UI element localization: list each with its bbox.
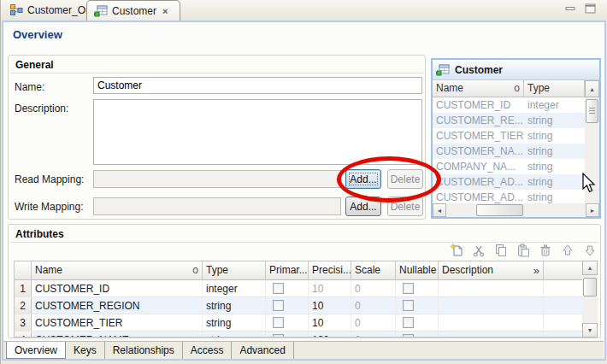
attribute-row[interactable]: 1 CUSTOMER_ID integer 10 0 <box>15 280 584 297</box>
tab-customer[interactable]: Customer × <box>86 0 180 21</box>
write-mapping-input <box>93 197 341 215</box>
column-header-scale[interactable]: Scale <box>351 261 396 279</box>
read-mapping-input <box>93 170 341 188</box>
preview-panel-title: Customer <box>455 64 503 76</box>
column-header-precision[interactable]: Precisi... <box>309 261 351 279</box>
preview-row[interactable]: CUSTOMER_IDinteger <box>433 97 585 113</box>
scrollbar-thumb[interactable] <box>586 99 598 123</box>
preview-column-headers: Name o Type <box>433 80 585 97</box>
scroll-up-icon[interactable]: ▲ <box>582 261 598 275</box>
name-label: Name: <box>15 81 44 93</box>
horizontal-scrollbar[interactable]: ◄ ► <box>433 203 599 217</box>
copy-icon[interactable] <box>494 244 508 257</box>
read-mapping-add-button[interactable]: Add... <box>345 169 381 189</box>
general-section-title: General <box>15 59 54 71</box>
cut-icon[interactable] <box>472 244 486 257</box>
data-object-icon <box>94 4 108 18</box>
nullable-checkbox[interactable] <box>403 317 414 328</box>
preview-row[interactable]: CUSTOMER_AD...string <box>433 174 585 190</box>
attributes-section: Attributes <box>8 224 601 338</box>
separator <box>10 242 598 243</box>
delete-icon[interactable] <box>539 244 552 257</box>
close-tab-icon[interactable]: × <box>161 6 168 16</box>
preview-row[interactable]: CUSTOMER_TIERstring <box>433 128 585 144</box>
preview-panel-header: Customer <box>433 60 599 80</box>
write-mapping-label: Write Mapping: <box>15 201 83 213</box>
sort-icon: o <box>192 264 198 277</box>
move-up-icon[interactable] <box>561 244 575 257</box>
scrollbar-thumb[interactable] <box>583 278 597 296</box>
column-header-nullable[interactable]: Nullable <box>396 261 439 279</box>
primary-checkbox[interactable] <box>273 317 284 328</box>
attribute-row[interactable]: 4 CUSTOMER_NAME string 100 0 <box>15 332 584 338</box>
preview-row[interactable]: COMPANY_NA...string <box>433 159 585 174</box>
write-mapping-add-button[interactable]: Add... <box>345 197 381 216</box>
column-header-description[interactable]: Description » <box>439 261 544 279</box>
primary-checkbox[interactable] <box>273 334 284 338</box>
read-mapping-label: Read Mapping: <box>15 173 84 185</box>
data-object-icon <box>436 63 450 77</box>
new-attribute-icon[interactable] <box>450 244 463 257</box>
minimize-view-icon[interactable] <box>565 4 576 13</box>
application-window: Customer_Order Customer × O <box>0 0 607 364</box>
page-title: Overview <box>13 28 62 41</box>
paste-icon[interactable] <box>516 244 530 257</box>
description-input[interactable] <box>93 99 422 165</box>
scroll-left-icon[interactable]: ◄ <box>433 203 446 217</box>
scroll-down-icon[interactable]: ▼ <box>582 323 598 338</box>
tab-relationships[interactable]: Relationships <box>105 342 183 359</box>
column-header-name[interactable]: Name o <box>433 80 524 97</box>
primary-checkbox[interactable] <box>273 283 284 294</box>
write-mapping-delete-button: Delete <box>387 197 423 216</box>
vertical-scrollbar[interactable]: ▲ ▼ <box>582 261 598 338</box>
separator <box>10 73 423 73</box>
attributes-toolbar <box>450 244 597 257</box>
tab-keys[interactable]: Keys <box>66 342 105 359</box>
preview-rows: CUSTOMER_IDinteger CUSTOMER_RE...string … <box>433 97 585 203</box>
attribute-row[interactable]: 3 CUSTOMER_TIER string 10 0 <box>15 314 584 332</box>
row-number-header <box>15 261 32 279</box>
tab-overview[interactable]: Overview <box>6 342 66 359</box>
scrollbar-thumb[interactable] <box>476 204 523 216</box>
nullable-checkbox[interactable] <box>403 300 414 311</box>
tab-access[interactable]: Access <box>183 342 233 359</box>
primary-checkbox[interactable] <box>273 300 284 311</box>
name-input[interactable] <box>93 77 422 94</box>
column-header-name[interactable]: Nameo <box>32 261 203 279</box>
column-header-blank <box>544 261 583 279</box>
scroll-up-icon[interactable]: ▲ <box>585 80 599 97</box>
editor-tab-bar: Customer_Order Customer × <box>1 0 607 21</box>
more-columns-icon[interactable]: » <box>533 264 539 277</box>
column-header-primary[interactable]: Primar... <box>266 261 309 279</box>
customer-preview-panel: Customer Name o Type ▲ CUSTOMER_IDintege… <box>431 58 601 219</box>
move-down-icon[interactable] <box>583 244 597 257</box>
mapping-icon <box>9 3 23 17</box>
view-controls <box>565 3 596 14</box>
nullable-checkbox[interactable] <box>403 283 414 294</box>
tab-advanced[interactable]: Advanced <box>232 342 293 359</box>
nullable-checkbox[interactable] <box>403 334 414 338</box>
column-header-type[interactable]: Type <box>524 80 585 97</box>
preview-row[interactable]: CUSTOMER_AD...string <box>433 190 585 203</box>
attributes-table-header: Nameo Type Primar... Precisi... Scale Nu… <box>15 261 584 280</box>
preview-row[interactable]: CUSTOMER_RE...string <box>433 113 585 128</box>
sort-icon: o <box>514 82 520 95</box>
tab-label: Customer <box>112 5 156 17</box>
preview-row[interactable]: CUSTOMER_NA...string <box>433 144 585 159</box>
description-label: Description: <box>15 103 68 114</box>
page-tab-bar: Overview Keys Relationships Access Advan… <box>3 341 604 359</box>
read-mapping-delete-button: Delete <box>387 169 423 189</box>
vertical-scrollbar[interactable] <box>585 97 599 203</box>
column-header-type[interactable]: Type <box>203 261 266 279</box>
maximize-view-icon[interactable] <box>585 3 596 14</box>
attributes-table: Nameo Type Primar... Precisi... Scale Nu… <box>14 261 584 338</box>
attribute-row[interactable]: 2 CUSTOMER_REGION string 10 0 <box>15 297 584 314</box>
attributes-section-title: Attributes <box>15 228 64 240</box>
scroll-right-icon[interactable]: ► <box>586 203 599 217</box>
